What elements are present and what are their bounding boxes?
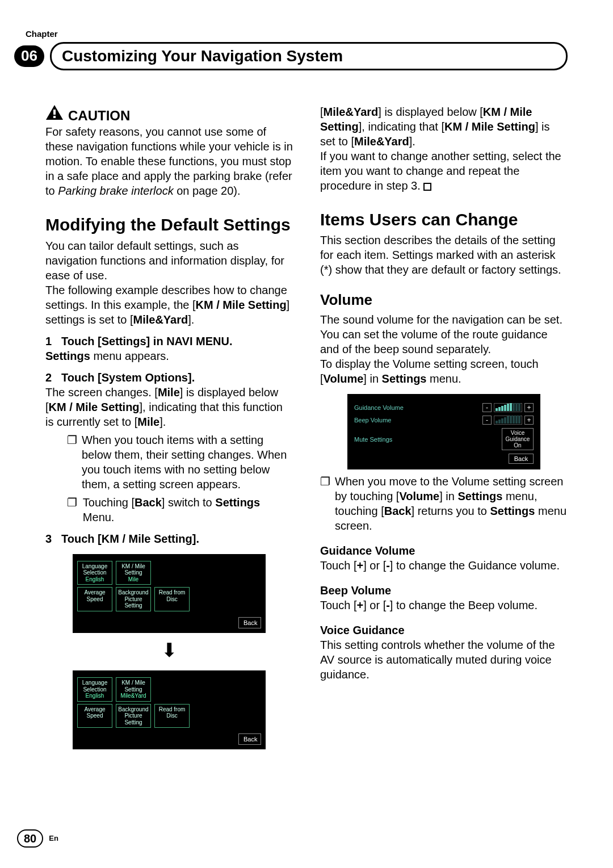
bullet-2: ❐ Touching [Back] switch to Settings Men… bbox=[67, 495, 293, 525]
caution-heading: CAUTION bbox=[45, 104, 293, 124]
bullet-1: ❐ When you touch items with a setting be… bbox=[67, 433, 293, 492]
voice-guidance-body: This setting controls whether the volume… bbox=[320, 638, 568, 682]
caution-label: CAUTION bbox=[68, 107, 130, 124]
top-continuation: [Mile&Yard] is displayed below [KM / Mil… bbox=[320, 104, 568, 149]
ss-cell[interactable]: Read from Disc bbox=[154, 704, 190, 728]
box-bullet-icon: ❐ bbox=[320, 474, 329, 533]
warning-icon bbox=[45, 104, 64, 124]
ss-cell[interactable]: Language SelectionEnglish bbox=[77, 677, 112, 702]
mod-p1: You can tailor default settings, such as… bbox=[45, 238, 293, 283]
chapter-label: Chapter bbox=[26, 28, 568, 40]
beep-volume-label: Beep Volume bbox=[354, 416, 417, 424]
guidance-volume-body: Touch [+] or [-] to change the Guidance … bbox=[320, 558, 568, 573]
plus-button[interactable]: + bbox=[524, 416, 534, 425]
ss-cell[interactable]: Background Picture Setting bbox=[116, 704, 151, 728]
chapter-number: 06 bbox=[14, 45, 44, 67]
guidance-volume-heading: Guidance Volume bbox=[320, 543, 568, 558]
page-header: 06 Customizing Your Navigation System bbox=[14, 42, 568, 70]
settings-screenshot-after: Language SelectionEnglish KM / Mile Sett… bbox=[73, 670, 266, 749]
stop-icon bbox=[423, 183, 431, 191]
volume-slider[interactable] bbox=[494, 403, 522, 412]
ss-cell[interactable]: Average Speed bbox=[77, 704, 112, 728]
ss-cell[interactable]: Background Picture Setting bbox=[116, 587, 151, 611]
ss-cell[interactable]: Language SelectionEnglish bbox=[77, 561, 112, 585]
plus-button[interactable]: + bbox=[524, 403, 534, 412]
voice-guidance-button[interactable]: Voice GuidanceOn bbox=[502, 428, 534, 450]
step-3: 3 Touch [KM / Mile Setting]. bbox=[45, 531, 293, 546]
caution-body: For safety reasons, you cannot use some … bbox=[45, 124, 293, 198]
page-footer: 80 En bbox=[17, 829, 58, 848]
back-button[interactable]: Back bbox=[238, 617, 261, 628]
settings-screenshot-before: Language SelectionEnglish KM / Mile Sett… bbox=[73, 554, 266, 633]
right-column: [Mile&Yard] is displayed below [KM / Mil… bbox=[320, 104, 568, 754]
volume-p2: To display the Volume setting screen, to… bbox=[320, 357, 568, 386]
items-title: Items Users can Change bbox=[320, 210, 568, 230]
box-bullet-icon: ❐ bbox=[67, 433, 76, 492]
ss-cell[interactable]: KM / Mile SettingMile bbox=[116, 561, 151, 585]
step-1-sub: Settings menu appears. bbox=[45, 349, 293, 363]
mute-settings-label: Mute Settings bbox=[354, 435, 417, 443]
box-bullet-icon: ❐ bbox=[67, 495, 77, 525]
beep-volume-heading: Beep Volume bbox=[320, 583, 568, 598]
ss-cell[interactable]: Read from Disc bbox=[154, 587, 190, 611]
ss-cell[interactable]: Average Speed bbox=[77, 587, 112, 611]
volume-bullet: ❐ When you move to the Volume setting sc… bbox=[320, 474, 568, 533]
minus-button[interactable]: - bbox=[482, 403, 492, 412]
beep-volume-body: Touch [+] or [-] to change the Beep volu… bbox=[320, 598, 568, 613]
step-2: 2 Touch [System Options]. bbox=[45, 370, 293, 385]
left-column: CAUTION For safety reasons, you cannot u… bbox=[45, 104, 293, 754]
items-body: This section describes the details of th… bbox=[320, 233, 568, 277]
step-1: 1 Touch [Settings] in NAVI MENU. bbox=[45, 334, 293, 349]
volume-slider[interactable] bbox=[494, 416, 522, 425]
page-title: Customizing Your Navigation System bbox=[50, 42, 568, 70]
ss-cell[interactable]: KM / Mile SettingMile&Yard bbox=[116, 677, 151, 702]
volume-heading: Volume bbox=[320, 291, 568, 310]
volume-screenshot: Guidance Volume - + Beep Volume - + bbox=[347, 394, 540, 469]
back-button[interactable]: Back bbox=[238, 733, 261, 745]
language-label: En bbox=[49, 834, 58, 844]
back-button[interactable]: Back bbox=[509, 454, 534, 464]
svg-rect-1 bbox=[53, 110, 56, 115]
minus-button[interactable]: - bbox=[482, 416, 492, 425]
section-modifying-title: Modifying the Default Settings bbox=[45, 215, 293, 235]
svg-rect-2 bbox=[53, 116, 56, 118]
voice-guidance-heading: Voice Guidance bbox=[320, 623, 568, 638]
arrow-down-icon: ⬇ bbox=[45, 638, 293, 662]
volume-p1: The sound volume for the navigation can … bbox=[320, 312, 568, 357]
mod-p2: The following example describes how to c… bbox=[45, 283, 293, 327]
top-p2: If you want to change another setting, s… bbox=[320, 149, 568, 193]
step-2-body: The screen changes. [Mile] is displayed … bbox=[45, 385, 293, 429]
guidance-volume-label: Guidance Volume bbox=[354, 404, 417, 412]
page-number: 80 bbox=[17, 829, 43, 848]
